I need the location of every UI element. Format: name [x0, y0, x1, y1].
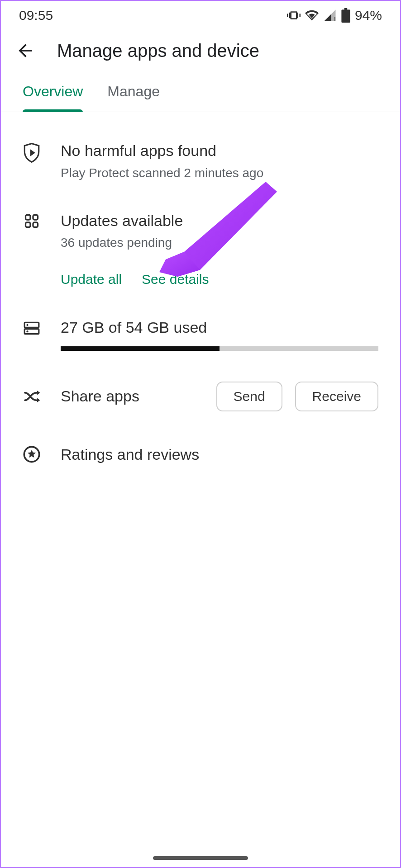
protect-title: No harmful apps found: [61, 141, 378, 160]
tab-manage[interactable]: Manage: [107, 71, 160, 112]
app-bar: Manage apps and device: [1, 30, 400, 71]
share-apps-row: Share apps Send Receive: [1, 366, 400, 427]
vibrate-icon: [287, 9, 301, 22]
receive-button[interactable]: Receive: [295, 382, 378, 411]
storage-icon: [23, 318, 41, 337]
ratings-row[interactable]: Ratings and reviews: [1, 427, 400, 480]
wifi-icon: [305, 9, 319, 22]
status-bar: 09:55 ! 94%: [1, 1, 400, 30]
update-all-button[interactable]: Update all: [61, 272, 122, 287]
status-time: 09:55: [19, 8, 53, 23]
storage-row[interactable]: 27 GB of 54 GB used: [1, 302, 400, 366]
svg-rect-3: [26, 222, 31, 227]
back-button[interactable]: [14, 39, 37, 62]
signal-icon: !: [323, 9, 337, 22]
svg-rect-1: [26, 215, 31, 220]
storage-progress: [61, 346, 378, 351]
tabs: Overview Manage: [1, 71, 400, 112]
arrow-left-icon: [15, 41, 35, 61]
content: No harmful apps found Play Protect scann…: [1, 112, 400, 479]
star-circle-icon: [23, 445, 41, 464]
svg-text:!: !: [334, 16, 336, 23]
updates-row: Updates available 36 updates pending Upd…: [1, 196, 400, 303]
updates-subtitle: 36 updates pending: [61, 236, 378, 250]
battery-icon: [341, 8, 350, 23]
play-protect-row[interactable]: No harmful apps found Play Protect scann…: [1, 126, 400, 196]
send-button[interactable]: Send: [216, 382, 282, 411]
protect-subtitle: Play Protect scanned 2 minutes ago: [61, 166, 378, 180]
shuffle-icon: [23, 387, 41, 406]
apps-grid-icon: [23, 211, 41, 229]
storage-progress-fill: [61, 346, 220, 351]
svg-point-8: [26, 330, 28, 332]
storage-label: 27 GB of 54 GB used: [61, 318, 378, 337]
see-details-button[interactable]: See details: [142, 272, 209, 287]
ratings-title: Ratings and reviews: [61, 445, 378, 464]
shield-play-icon: [23, 141, 41, 163]
tab-overview[interactable]: Overview: [23, 71, 83, 112]
svg-rect-4: [33, 222, 38, 227]
status-icons: ! 94%: [287, 8, 382, 23]
updates-title: Updates available: [61, 211, 378, 231]
svg-point-7: [26, 324, 28, 326]
battery-percent: 94%: [355, 8, 382, 23]
page-title: Manage apps and device: [57, 41, 259, 61]
svg-rect-2: [33, 215, 38, 220]
home-indicator[interactable]: [153, 856, 248, 860]
share-title: Share apps: [61, 387, 139, 405]
